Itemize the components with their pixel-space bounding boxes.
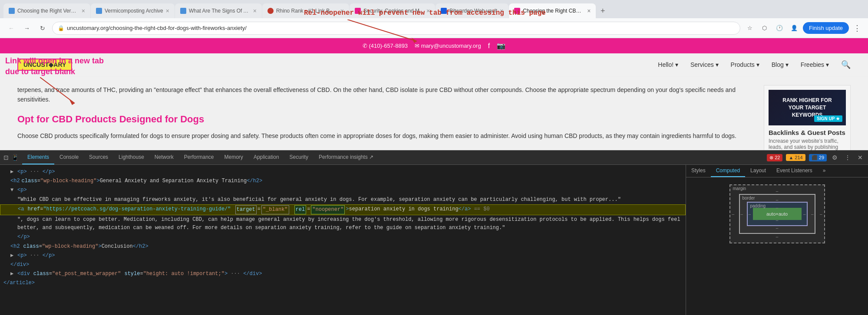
devtools-tab-performance[interactable]: Performance — [179, 151, 219, 164]
expand-icon-9[interactable]: ▶ — [10, 252, 16, 260]
box-model-border: border – – – – padding – – — [739, 194, 815, 234]
tab-close-3[interactable]: × — [253, 7, 257, 14]
devtools-tab-perf-insights[interactable]: Performance insights ↗ — [314, 151, 379, 164]
devtools-more-icon[interactable]: ⋮ — [843, 152, 852, 163]
devtools-device-icon[interactable]: 📱 — [11, 154, 19, 161]
history-icon[interactable]: 🕐 — [773, 22, 785, 34]
site-nav: UNCUST◆ARY Hello! ▾ Services ▾ Products … — [0, 53, 868, 76]
styles-tab-styles[interactable]: Styles — [686, 165, 711, 177]
topbar-fb-icon[interactable]: f — [488, 42, 490, 50]
forward-button[interactable]: → — [21, 22, 33, 34]
margin-label: margin — [733, 186, 746, 191]
site-logo[interactable]: UNCUST◆ARY — [17, 59, 72, 71]
tab-5[interactable]: Security, Cookies and M... × — [350, 3, 435, 18]
lock-icon: 🔒 — [58, 25, 64, 31]
tab-close-5[interactable]: × — [426, 7, 430, 14]
nav-blog[interactable]: Blog ▾ — [772, 61, 789, 68]
devtools-tab-network[interactable]: Network — [149, 151, 179, 164]
padding-left: – — [749, 212, 751, 217]
devtools-tab-console[interactable]: Console — [54, 151, 84, 164]
tab-title-3: What Are The Signs Of A... — [189, 8, 251, 14]
nav-freebies[interactable]: Freebies ▾ — [801, 61, 829, 68]
back-button[interactable]: ← — [5, 22, 17, 34]
code-line-3: ▼ <p> — [0, 186, 686, 195]
tab-close-6[interactable]: × — [500, 7, 503, 14]
site-search-icon[interactable]: 🔍 — [841, 60, 851, 69]
reload-button[interactable]: ↻ — [36, 22, 49, 34]
expand-icon-3[interactable]: ▼ — [10, 186, 16, 194]
devtools-close-icon[interactable]: ✕ — [856, 152, 865, 163]
chrome-menu-button[interactable]: ⋮ — [851, 22, 863, 35]
tab-4[interactable]: Rhino Rank - #1 Link Buil... × — [262, 3, 349, 18]
devtools-tab-lighthouse[interactable]: Lighthouse — [113, 151, 149, 164]
code-line-2: <h2 class="wp-block-heading" > General A… — [0, 177, 686, 186]
tab-close-4[interactable]: × — [340, 7, 344, 14]
tab-favicon-7 — [514, 8, 520, 14]
sidebar-ad-image: RANK HIGHER FOR YOUR TARGET KEYWORDS SIG… — [769, 90, 846, 125]
nav-products[interactable]: Products ▾ — [731, 61, 759, 68]
margin-bottom: – — [776, 234, 779, 239]
devtools-tab-sources[interactable]: Sources — [84, 151, 113, 164]
bookmark-icon[interactable]: ☆ — [744, 22, 756, 34]
extensions-icon[interactable]: ⬡ — [759, 22, 771, 34]
tab-favicon-3 — [180, 8, 186, 14]
padding-label: padding — [750, 203, 766, 208]
tab-favicon-5 — [355, 8, 361, 14]
devtools-tab-security[interactable]: Security — [284, 151, 314, 164]
profile-icon[interactable]: 👤 — [788, 22, 800, 34]
tab-close-7[interactable]: × — [587, 7, 591, 14]
code-line-7: </p> — [0, 233, 686, 242]
website-content: Link will open in a new tabdue to target… — [0, 38, 868, 150]
tab-close-2[interactable]: × — [166, 7, 169, 14]
topbar-ig-icon[interactable]: 📷 — [497, 42, 505, 50]
expand-icon-11[interactable]: ▶ — [10, 270, 16, 278]
tab-favicon-1 — [9, 8, 15, 14]
devtools-tab-elements[interactable]: Elements — [22, 151, 54, 164]
tab-bar: Choosing the Right Verm... × Vermicompos… — [0, 0, 868, 18]
address-bar[interactable]: 🔒 uncustomary.org/choosing-the-right-cbd… — [52, 22, 740, 35]
code-line-4: "While CBD can be effective in managing … — [0, 195, 686, 204]
nav-hello[interactable]: Hello! ▾ — [658, 61, 678, 68]
box-model-padding: padding – – – – auto×auto — [747, 202, 808, 226]
tab-close-1[interactable]: × — [82, 7, 85, 14]
new-tab-button[interactable]: + — [596, 4, 609, 17]
devtools-settings-icon[interactable]: ⚙ — [830, 152, 839, 163]
tab-title-2: Vermicomposting Archive — [105, 8, 163, 14]
finish-update-button[interactable]: Finish update — [803, 22, 849, 34]
devtools-inspector-icon[interactable]: ⊡ — [3, 154, 9, 161]
tab-1[interactable]: Choosing the Right Verm... × — [3, 3, 90, 18]
styles-tabs: Styles Computed Layout Event Listeners » — [686, 165, 868, 177]
site-topbar: ✆ (410)-657-8893 ✉ mary@uncustomary.org … — [0, 38, 868, 53]
devtools-tab-application[interactable]: Application — [248, 151, 284, 164]
tab-title-7: Choosing the Right CBD D... — [523, 8, 584, 14]
devtools-tab-memory[interactable]: Memory — [219, 151, 248, 164]
info-badge: ⬛ 29 — [809, 154, 827, 161]
nav-services[interactable]: Services ▾ — [690, 61, 719, 68]
tab-3[interactable]: What Are The Signs Of A... × — [175, 3, 262, 18]
tab-favicon-2 — [96, 8, 102, 14]
tab-7[interactable]: Choosing the Right CBD D... × — [509, 3, 596, 18]
styles-tab-more[interactable]: » — [818, 165, 831, 177]
styles-tab-layout[interactable]: Layout — [745, 165, 771, 177]
sidebar-ad-text: Increase your website's traffic, leads, … — [769, 138, 846, 150]
toolbar-right: ☆ ⬡ 🕐 👤 Finish update ⋮ — [744, 22, 863, 35]
tab-6[interactable]: Bitwarden Web vault × — [436, 3, 508, 18]
expand-icon-1[interactable]: ▶ — [10, 168, 16, 176]
margin-left: – — [732, 212, 735, 217]
article-paragraph-1: terpenes, and trace amounts of THC, prov… — [17, 85, 751, 105]
browser-toolbar: ← → ↻ 🔒 uncustomary.org/choosing-the-rig… — [0, 18, 868, 38]
code-line-anchor[interactable]: <a href="https://petcoach.sg/dog-separat… — [0, 204, 686, 215]
styles-tab-event-listeners[interactable]: Event Listeners — [771, 165, 818, 177]
tab-2[interactable]: Vermicomposting Archive × — [91, 3, 175, 18]
box-model-diagram: margin – – – – border – – – — [686, 177, 868, 315]
devtools-body: ▶ <p> ··· </p> <h2 class="wp-block-headi… — [0, 165, 868, 315]
tab-favicon-6 — [441, 8, 447, 14]
border-bottom: – — [776, 226, 779, 230]
error-badge: ⊗ 22 — [767, 154, 782, 161]
code-line-1: ▶ <p> ··· </p> — [0, 167, 686, 177]
padding-top: – — [776, 205, 779, 210]
styles-tab-computed[interactable]: Computed — [711, 165, 745, 177]
code-line-9: ▶ <p> ··· </p> — [0, 251, 686, 260]
tab-title-5: Security, Cookies and M... — [363, 8, 424, 14]
code-line-12: </article> — [0, 279, 686, 288]
